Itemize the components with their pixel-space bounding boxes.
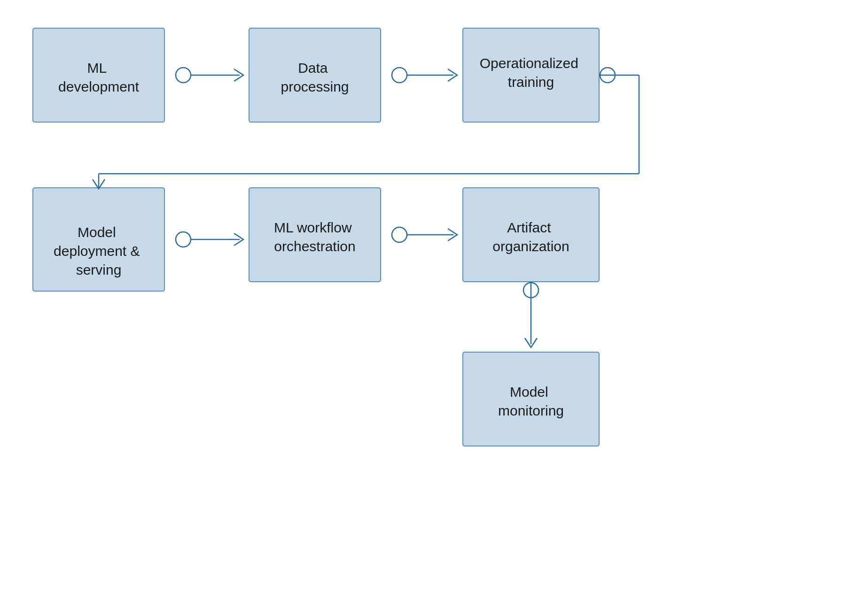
circle-ml-out: [176, 68, 191, 83]
diagram-container: ML development Data processing Operation…: [0, 0, 858, 616]
circle-deploy-out: [176, 232, 191, 247]
circle-workflow-out: [392, 227, 407, 242]
circle-data-out: [392, 68, 407, 83]
